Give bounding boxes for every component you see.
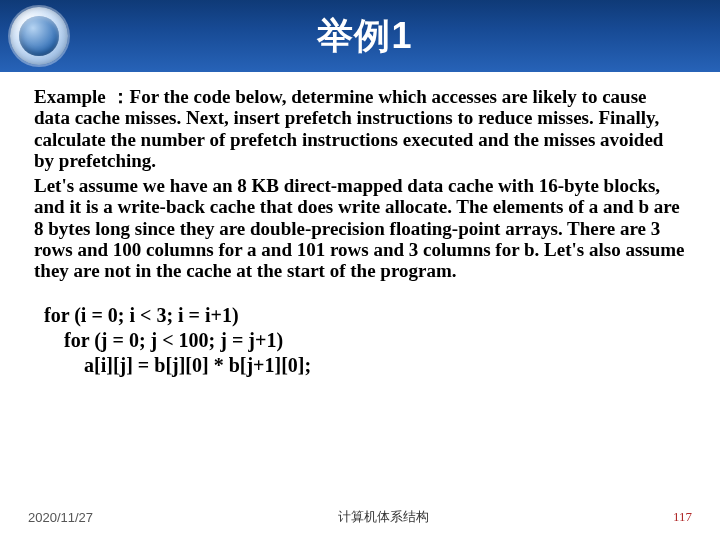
code-line-1: for (i = 0; i < 3; i = i+1): [44, 304, 239, 326]
title-bar: 举例1: [0, 0, 720, 72]
footer-date: 2020/11/27: [28, 510, 93, 525]
paragraph-1: Example ：For the code below, determine w…: [34, 86, 686, 171]
code-block: for (i = 0; i < 3; i = i+1) for (j = 0; …: [44, 303, 686, 378]
footer-page-number: 117: [673, 509, 692, 525]
slide: 举例1 Example ：For the code below, determi…: [0, 0, 720, 540]
logo-inner: [19, 16, 59, 56]
paragraph-2: Let's assume we have an 8 KB direct-mapp…: [34, 175, 686, 281]
slide-footer: 2020/11/27 计算机体系结构 117: [0, 508, 720, 526]
footer-center: 计算机体系结构: [93, 508, 673, 526]
university-logo: [10, 7, 68, 65]
slide-body: Example ：For the code below, determine w…: [0, 72, 720, 540]
code-line-3: a[i][j] = b[j][0] * b[j+1][0];: [44, 354, 311, 376]
slide-title: 举例1: [68, 12, 720, 61]
code-line-2: for (j = 0; j < 100; j = j+1): [44, 329, 283, 351]
